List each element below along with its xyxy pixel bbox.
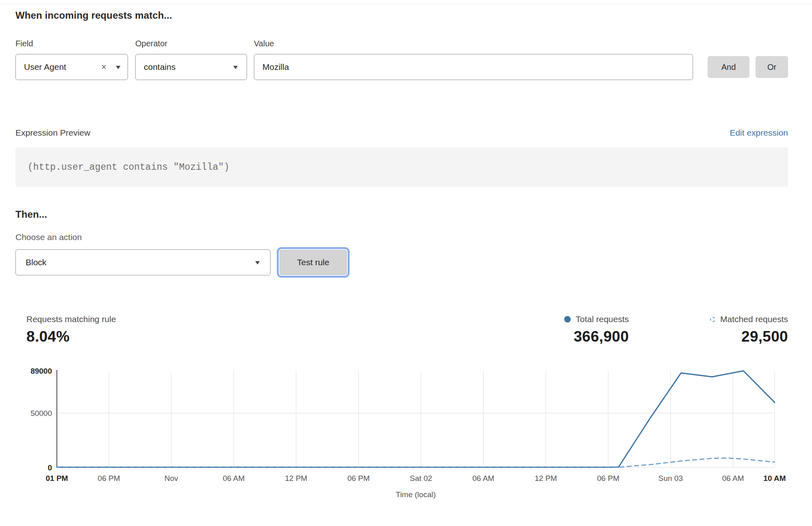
stat-matching-rule: Requests matching rule 8.04% [26,314,116,345]
operator-select[interactable]: contains ▼ [135,54,247,80]
total-requests-dot-icon [564,316,571,323]
matched-requests-legend: Matched requests [710,314,788,324]
value-input[interactable] [254,54,693,80]
match-controls-row: User Agent × ▼ contains ▼ And Or [15,54,788,80]
requests-chart: 8900050000001 PM06 PMNov06 AM12 PM06 PMS… [12,360,788,504]
panel-top-border [0,4,812,4]
action-select[interactable]: Block ▼ [15,249,271,275]
expression-section: Expression Preview Edit expression (http… [15,128,788,187]
field-label: Field [15,39,135,48]
svg-text:06 PM: 06 PM [98,474,120,483]
clear-icon[interactable]: × [101,63,106,71]
svg-text:Time (local): Time (local) [396,490,436,499]
operator-select-value: contains [144,62,233,72]
matched-requests-label: Matched requests [720,314,788,324]
edit-expression-link[interactable]: Edit expression [730,128,788,138]
total-requests-legend: Total requests [564,314,629,324]
svg-text:06 AM: 06 AM [223,474,245,483]
expression-code: (http.user_agent contains "Mozilla") [28,162,230,173]
or-button[interactable]: Or [756,56,788,78]
action-select-value: Block [26,258,255,267]
value-label: Value [254,39,274,48]
matching-rule-label-row: Requests matching rule [26,314,116,324]
requests-line-chart: 8900050000001 PM06 PMNov06 AM12 PM06 PMS… [12,360,800,503]
total-requests-value: 366,900 [574,328,629,345]
svg-text:Nov: Nov [165,474,178,483]
field-select-value: User Agent [24,62,101,72]
svg-text:12 PM: 12 PM [285,474,307,483]
svg-text:01 PM: 01 PM [46,474,68,483]
choose-action-label: Choose an action [15,232,788,242]
matched-requests-dashed-circle-icon [710,317,715,322]
svg-text:50000: 50000 [30,409,52,418]
svg-text:06 PM: 06 PM [597,474,619,483]
chevron-down-icon: ▼ [232,64,240,70]
stats-section: Requests matching rule 8.04% Total reque… [15,314,788,345]
stat-matched-requests: Matched requests 29,500 [710,314,788,345]
and-button[interactable]: And [708,56,749,78]
svg-text:10 AM: 10 AM [763,474,786,483]
svg-text:89000: 89000 [30,367,52,375]
stat-total-requests: Total requests 366,900 [564,314,629,345]
matching-rule-value: 8.04% [26,328,116,345]
action-controls-row: Block ▼ Test rule [15,249,788,275]
svg-text:0: 0 [48,463,52,472]
test-rule-button[interactable]: Test rule [279,250,347,275]
expression-header: Expression Preview Edit expression [15,128,788,138]
expression-preview-label: Expression Preview [15,128,90,138]
chevron-down-icon: ▼ [254,260,262,265]
expression-code-box: (http.user_agent contains "Mozilla") [15,147,788,187]
matched-requests-value: 29,500 [741,328,788,345]
svg-text:06 PM: 06 PM [347,474,370,483]
chevron-down-icon: ▼ [115,64,122,70]
svg-text:Sun 03: Sun 03 [658,474,683,483]
svg-text:06 AM: 06 AM [472,474,494,483]
match-heading: When incoming requests match... [15,10,788,21]
field-select[interactable]: User Agent × ▼ [15,54,128,80]
svg-text:06 AM: 06 AM [722,474,744,483]
match-field-labels: Field Operator Value [15,39,788,48]
match-section: When incoming requests match... Field Op… [15,10,788,80]
svg-text:Sat 02: Sat 02 [410,474,432,483]
then-heading: Then... [15,209,788,220]
svg-text:12 PM: 12 PM [535,474,557,483]
firewall-rule-builder: When incoming requests match... Field Op… [0,0,812,504]
action-section: Then... Choose an action Block ▼ Test ru… [15,209,788,275]
total-requests-label: Total requests [576,314,629,324]
operator-label: Operator [135,39,254,48]
matching-rule-label: Requests matching rule [26,314,116,324]
